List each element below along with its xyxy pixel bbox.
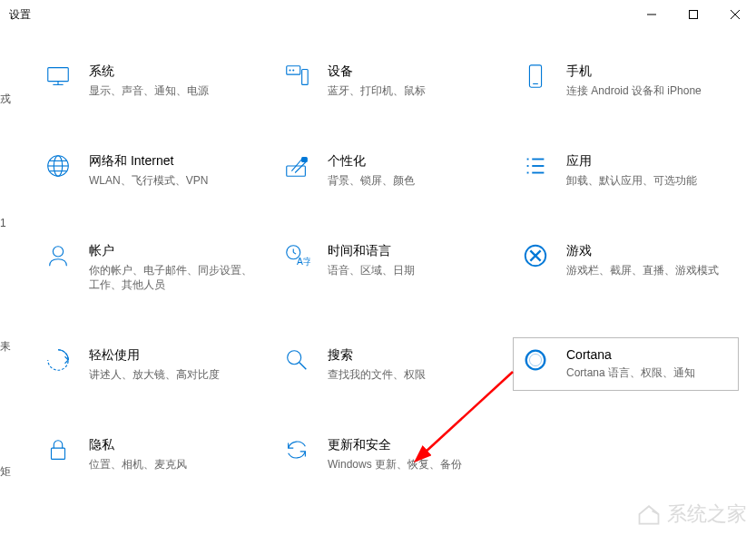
watermark: 系统之家 <box>636 501 747 528</box>
svg-point-26 <box>53 246 63 256</box>
accounts-icon <box>44 241 73 270</box>
tile-ease-of-access[interactable]: 轻松使用 讲述人、放大镜、高对比度 <box>36 338 260 390</box>
system-icon <box>44 62 73 91</box>
tile-personalization[interactable]: 个性化 背景、锁屏、颜色 <box>275 144 499 196</box>
tile-desc: Cortana 语言、权限、通知 <box>566 365 731 381</box>
tile-title: 时间和语言 <box>328 243 492 259</box>
update-security-icon <box>282 435 311 464</box>
window-title: 设置 <box>9 7 31 23</box>
phone-icon <box>521 62 550 91</box>
cortana-icon <box>521 345 550 374</box>
close-button[interactable] <box>714 0 756 29</box>
privacy-icon <box>44 435 73 464</box>
tile-title: 更新和安全 <box>328 437 492 453</box>
tile-devices[interactable]: 设备 蓝牙、打印机、鼠标 <box>275 54 499 106</box>
svg-rect-1 <box>690 11 698 19</box>
tile-desc: 位置、相机、麦克风 <box>89 457 253 472</box>
tile-desc: 语音、区域、日期 <box>328 263 492 278</box>
search-icon <box>282 345 311 374</box>
tile-title: 隐私 <box>89 437 253 453</box>
gaming-icon <box>521 241 550 270</box>
svg-point-35 <box>529 355 541 366</box>
tile-desc: 讲述人、放大镜、高对比度 <box>89 367 253 383</box>
tile-apps[interactable]: 应用 卸载、默认应用、可选功能 <box>514 144 738 196</box>
svg-rect-4 <box>48 68 69 82</box>
svg-point-9 <box>290 70 290 71</box>
network-icon <box>44 151 73 180</box>
tile-desc: 显示、声音、通知、电源 <box>89 83 253 99</box>
tile-accounts[interactable]: 帐户 你的帐户、电子邮件、同步设置、工作、其他人员 <box>36 234 260 301</box>
tile-title: 网络和 Internet <box>89 153 253 170</box>
tile-title: 设备 <box>328 63 492 80</box>
watermark-icon <box>636 501 662 527</box>
svg-point-32 <box>288 351 301 365</box>
tile-gaming[interactable]: 游戏 游戏栏、截屏、直播、游戏模式 <box>514 234 738 301</box>
tile-cortana[interactable]: Cortana Cortana 语言、权限、通知 <box>514 338 738 390</box>
tile-desc: 蓝牙、打印机、鼠标 <box>328 83 492 99</box>
tile-desc: 游戏栏、截屏、直播、游戏模式 <box>566 263 731 278</box>
maximize-button[interactable] <box>673 0 714 29</box>
svg-rect-18 <box>287 166 306 176</box>
time-language-icon: A字 <box>282 241 311 270</box>
tile-desc: 背景、锁屏、颜色 <box>328 173 492 189</box>
tile-title: 搜索 <box>328 347 492 364</box>
tile-title: 系统 <box>89 63 253 80</box>
tile-time-language[interactable]: A字 时间和语言 语音、区域、日期 <box>275 234 499 301</box>
tile-title: 个性化 <box>328 153 492 170</box>
svg-rect-8 <box>302 70 309 85</box>
ease-of-access-icon <box>44 345 73 374</box>
minimize-button[interactable] <box>631 0 673 29</box>
window-controls <box>631 0 756 29</box>
tile-phone[interactable]: 手机 连接 Android 设备和 iPhone <box>514 54 738 106</box>
tile-title: 手机 <box>566 63 731 80</box>
personalization-icon <box>282 151 311 180</box>
svg-point-10 <box>293 70 294 71</box>
svg-rect-36 <box>52 448 65 459</box>
svg-rect-19 <box>302 157 308 161</box>
tile-title: 帐户 <box>89 243 253 259</box>
tile-desc: WLAN、飞行模式、VPN <box>89 173 253 189</box>
svg-line-29 <box>293 252 296 254</box>
tile-title: 游戏 <box>566 243 731 259</box>
apps-icon <box>521 151 550 180</box>
svg-text:A字: A字 <box>297 257 310 267</box>
left-edge-artifacts: 戎 1 耒 矩 <box>0 36 2 535</box>
tile-desc: Windows 更新、恢复、备份 <box>328 457 492 472</box>
svg-line-33 <box>299 363 307 370</box>
tile-desc: 查找我的文件、权限 <box>328 367 492 383</box>
tile-privacy[interactable]: 隐私 位置、相机、麦克风 <box>36 428 260 480</box>
titlebar: 设置 <box>0 0 756 29</box>
tile-title: 应用 <box>566 153 731 170</box>
tile-search[interactable]: 搜索 查找我的文件、权限 <box>275 338 499 390</box>
tile-system[interactable]: 系统 显示、声音、通知、电源 <box>36 54 260 106</box>
tile-desc: 你的帐户、电子邮件、同步设置、工作、其他人员 <box>89 263 253 294</box>
tile-desc: 卸载、默认应用、可选功能 <box>566 173 731 189</box>
tile-desc: 连接 Android 设备和 iPhone <box>566 83 731 99</box>
tile-update-security[interactable]: 更新和安全 Windows 更新、恢复、备份 <box>275 428 499 480</box>
tile-title: 轻松使用 <box>89 347 253 364</box>
devices-icon <box>282 62 311 91</box>
settings-grid: 系统 显示、声音、通知、电源 设备 蓝牙、打印机、鼠标 手机 连接 Androi… <box>0 29 756 498</box>
tile-network[interactable]: 网络和 Internet WLAN、飞行模式、VPN <box>36 144 260 196</box>
svg-point-34 <box>526 351 545 370</box>
tile-title: Cortana <box>566 347 731 362</box>
watermark-text: 系统之家 <box>667 501 747 528</box>
